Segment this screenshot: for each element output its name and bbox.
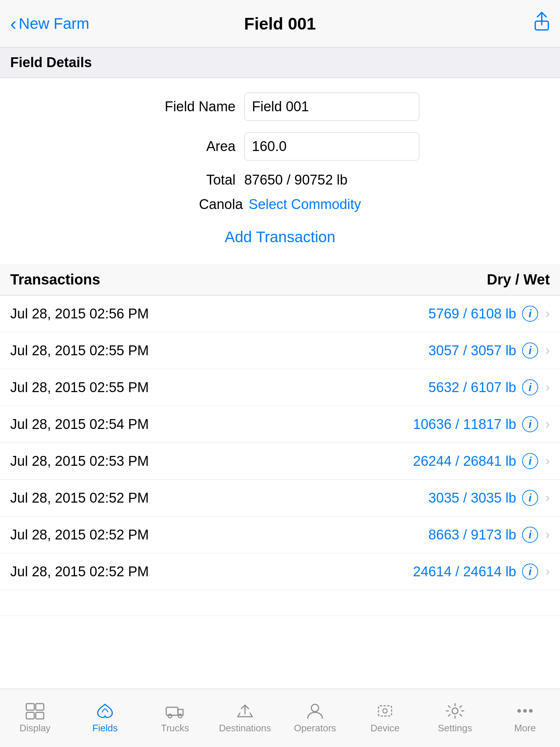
transactions-section: Transactions Dry / Wet Jul 28, 2015 02:5… (0, 264, 560, 616)
transaction-row[interactable]: Jul 28, 2015 02:54 PM 10636 / 11817 lb i… (0, 406, 560, 443)
transaction-value: 5632 / 6107 lb (428, 380, 516, 395)
svg-rect-1 (26, 704, 34, 710)
back-chevron-icon: ‹ (10, 14, 16, 33)
transaction-right: 26244 / 26841 lb i › (413, 453, 550, 469)
info-icon[interactable]: i (522, 416, 538, 432)
add-transaction-button[interactable]: Add Transaction (225, 228, 335, 246)
add-transaction-row: Add Transaction (0, 221, 560, 257)
tab-trucks-label: Trucks (161, 723, 189, 734)
field-name-label: Field Name (141, 99, 236, 115)
svg-point-14 (529, 709, 533, 713)
chevron-right-icon: › (545, 306, 550, 321)
area-row: Area (0, 132, 560, 160)
transaction-value: 3057 / 3057 lb (428, 343, 516, 359)
total-label: Total (141, 172, 236, 188)
tab-settings-label: Settings (438, 723, 472, 734)
transaction-value: 26244 / 26841 lb (413, 453, 516, 469)
tab-operators[interactable]: Operators (280, 689, 350, 747)
svg-point-12 (517, 709, 521, 713)
tab-more-label: More (514, 723, 536, 734)
chevron-right-icon: › (545, 343, 550, 358)
chevron-right-icon: › (545, 453, 550, 469)
chevron-right-icon: › (545, 417, 550, 432)
svg-point-8 (311, 704, 319, 712)
section-header-field-details: Field Details (0, 47, 560, 78)
transaction-row[interactable]: Jul 28, 2015 02:52 PM 8663 / 9173 lb i › (0, 516, 560, 553)
transaction-right: 10636 / 11817 lb i › (413, 416, 550, 432)
commodity-row: Canola Select Commodity (0, 197, 560, 212)
transaction-value: 8663 / 9173 lb (428, 527, 516, 543)
info-icon[interactable]: i (522, 564, 538, 580)
page-title: Field 001 (244, 14, 316, 34)
transaction-row[interactable]: Jul 28, 2015 02:53 PM 26244 / 26841 lb i… (0, 443, 560, 480)
info-icon[interactable]: i (522, 453, 538, 469)
info-icon[interactable]: i (522, 490, 538, 506)
transaction-rows-container: Jul 28, 2015 02:56 PM 5769 / 6108 lb i ›… (0, 295, 560, 590)
chevron-right-icon: › (545, 490, 550, 506)
info-icon[interactable]: i (522, 379, 538, 395)
tab-destinations-label: Destinations (219, 723, 271, 734)
tab-settings[interactable]: Settings (420, 689, 490, 747)
spacer-section (0, 616, 560, 689)
tab-device[interactable]: Device (350, 689, 420, 747)
transaction-date: Jul 28, 2015 02:52 PM (10, 490, 149, 506)
svg-point-10 (383, 709, 387, 713)
chevron-right-icon: › (545, 527, 550, 542)
svg-point-6 (168, 714, 172, 718)
tab-display[interactable]: Display (0, 689, 70, 747)
transaction-value: 5769 / 6108 lb (428, 306, 516, 322)
field-name-row: Field Name (0, 93, 560, 121)
total-value: 87650 / 90752 lb (244, 172, 419, 188)
select-commodity-button[interactable]: Select Commodity (249, 197, 361, 212)
share-button[interactable] (534, 12, 550, 35)
total-row: Total 87650 / 90752 lb (0, 172, 560, 188)
transaction-value: 24614 / 24614 lb (413, 564, 516, 580)
svg-point-7 (178, 714, 182, 718)
transaction-row[interactable]: Jul 28, 2015 02:56 PM 5769 / 6108 lb i › (0, 295, 560, 332)
tab-bar: Display Fields Trucks Destinations (0, 689, 560, 747)
svg-point-11 (452, 708, 458, 714)
transaction-date: Jul 28, 2015 02:52 PM (10, 527, 149, 543)
tab-display-label: Display (19, 723, 50, 734)
tab-destinations[interactable]: Destinations (210, 689, 280, 747)
transaction-right: 3035 / 3035 lb i › (428, 490, 550, 506)
transaction-row[interactable]: Jul 28, 2015 02:55 PM 3057 / 3057 lb i › (0, 332, 560, 369)
tab-more[interactable]: More (490, 689, 560, 747)
transaction-row[interactable]: Jul 28, 2015 02:52 PM 24614 / 24614 lb i… (0, 553, 560, 590)
field-details-container: Field Name Area Total 87650 / 90752 lb C… (0, 78, 560, 264)
transaction-row[interactable]: Jul 28, 2015 02:55 PM 5632 / 6107 lb i › (0, 369, 560, 406)
transaction-date: Jul 28, 2015 02:54 PM (10, 417, 149, 432)
transaction-right: 5769 / 6108 lb i › (428, 306, 550, 322)
transaction-right: 3057 / 3057 lb i › (428, 342, 550, 359)
tab-fields[interactable]: Fields (70, 689, 140, 747)
transaction-row[interactable]: Jul 28, 2015 02:52 PM 3035 / 3035 lb i › (0, 480, 560, 516)
transaction-date: Jul 28, 2015 02:53 PM (10, 453, 149, 469)
back-label: New Farm (19, 15, 89, 32)
chevron-right-icon: › (545, 380, 550, 395)
area-input[interactable] (244, 132, 419, 160)
svg-rect-5 (166, 707, 178, 715)
tab-operators-label: Operators (294, 723, 336, 734)
info-icon[interactable]: i (522, 342, 538, 359)
transaction-value: 3035 / 3035 lb (428, 490, 516, 506)
svg-rect-9 (378, 706, 392, 716)
transactions-header: Transactions Dry / Wet (0, 264, 560, 295)
svg-rect-2 (36, 704, 44, 710)
transaction-right: 5632 / 6107 lb i › (428, 379, 550, 395)
svg-point-13 (523, 709, 527, 713)
field-name-input[interactable] (244, 93, 419, 121)
area-label: Area (141, 139, 236, 154)
transaction-value: 10636 / 11817 lb (413, 417, 516, 432)
transactions-header-dry-wet: Dry / Wet (487, 271, 550, 288)
transaction-right: 24614 / 24614 lb i › (413, 564, 550, 580)
nav-bar: ‹ New Farm Field 001 (0, 0, 560, 47)
tab-fields-label: Fields (92, 723, 117, 734)
transaction-right: 8663 / 9173 lb i › (428, 527, 550, 543)
info-icon[interactable]: i (522, 306, 538, 322)
back-button[interactable]: ‹ New Farm (10, 14, 89, 33)
transaction-date: Jul 28, 2015 02:55 PM (10, 343, 149, 359)
transaction-date: Jul 28, 2015 02:52 PM (10, 564, 149, 580)
canola-label: Canola (199, 197, 243, 212)
info-icon[interactable]: i (522, 527, 538, 543)
tab-trucks[interactable]: Trucks (140, 689, 210, 747)
